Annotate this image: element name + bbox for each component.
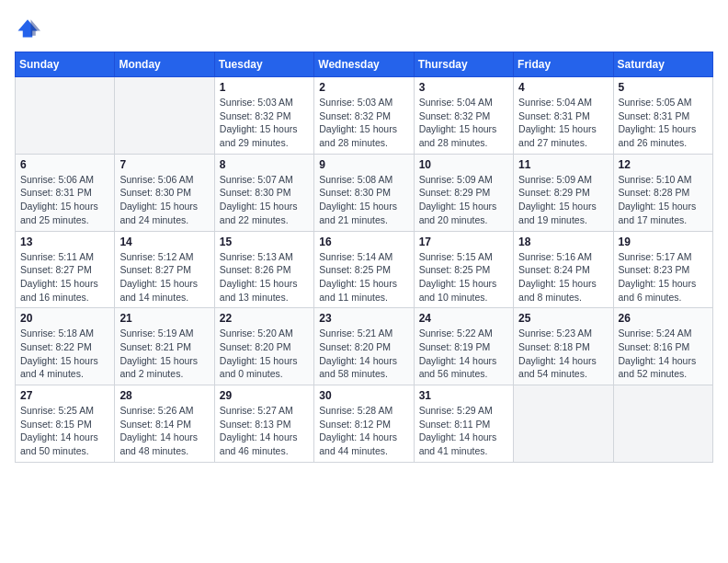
day-number: 24: [419, 312, 508, 325]
day-number: 7: [119, 158, 209, 171]
day-number: 8: [220, 158, 309, 171]
day-info: Sunrise: 5:16 AM Sunset: 8:24 PM Dayligh…: [518, 250, 608, 304]
day-info: Sunrise: 5:09 AM Sunset: 8:29 PM Dayligh…: [419, 173, 508, 227]
day-info: Sunrise: 5:14 AM Sunset: 8:25 PM Dayligh…: [319, 250, 408, 304]
calendar-cell: [115, 77, 214, 155]
day-info: Sunrise: 5:03 AM Sunset: 8:32 PM Dayligh…: [220, 96, 309, 150]
day-info: Sunrise: 5:04 AM Sunset: 8:32 PM Dayligh…: [419, 96, 508, 150]
day-info: Sunrise: 5:12 AM Sunset: 8:27 PM Dayligh…: [119, 250, 209, 304]
calendar-cell: [514, 385, 613, 463]
day-number: 13: [20, 236, 109, 248]
calendar-cell: 5Sunrise: 5:05 AM Sunset: 8:31 PM Daylig…: [613, 77, 712, 155]
calendar-cell: 22Sunrise: 5:20 AM Sunset: 8:20 PM Dayli…: [214, 308, 313, 385]
calendar-cell: 19Sunrise: 5:17 AM Sunset: 8:23 PM Dayli…: [613, 231, 712, 308]
weekday-header-thursday: Thursday: [414, 52, 513, 77]
day-number: 15: [220, 236, 309, 248]
calendar-cell: 27Sunrise: 5:25 AM Sunset: 8:15 PM Dayli…: [16, 385, 115, 463]
day-number: 26: [619, 312, 708, 325]
day-number: 17: [419, 236, 508, 248]
day-number: 11: [518, 158, 608, 171]
day-number: 18: [518, 236, 608, 248]
calendar-cell: 23Sunrise: 5:21 AM Sunset: 8:20 PM Dayli…: [314, 308, 414, 385]
day-number: 9: [319, 158, 408, 171]
day-number: 21: [119, 312, 209, 325]
calendar-cell: 7Sunrise: 5:06 AM Sunset: 8:30 PM Daylig…: [115, 154, 214, 231]
weekday-header-sunday: Sunday: [16, 52, 115, 77]
calendar-cell: 21Sunrise: 5:19 AM Sunset: 8:21 PM Dayli…: [115, 308, 214, 385]
weekday-header-saturday: Saturday: [613, 52, 712, 77]
calendar-cell: 8Sunrise: 5:07 AM Sunset: 8:30 PM Daylig…: [214, 154, 313, 231]
header: [15, 15, 713, 40]
calendar-cell: 25Sunrise: 5:23 AM Sunset: 8:18 PM Dayli…: [514, 308, 613, 385]
day-info: Sunrise: 5:13 AM Sunset: 8:26 PM Dayligh…: [220, 250, 309, 304]
day-number: 2: [319, 81, 408, 94]
day-number: 16: [319, 236, 408, 248]
day-number: 5: [619, 81, 708, 94]
day-number: 1: [220, 81, 309, 94]
day-info: Sunrise: 5:28 AM Sunset: 8:12 PM Dayligh…: [319, 404, 408, 458]
day-info: Sunrise: 5:08 AM Sunset: 8:30 PM Dayligh…: [319, 173, 408, 227]
day-info: Sunrise: 5:04 AM Sunset: 8:31 PM Dayligh…: [518, 96, 608, 150]
day-info: Sunrise: 5:09 AM Sunset: 8:29 PM Dayligh…: [518, 173, 608, 227]
calendar-cell: 30Sunrise: 5:28 AM Sunset: 8:12 PM Dayli…: [314, 385, 414, 463]
calendar: SundayMondayTuesdayWednesdayThursdayFrid…: [15, 52, 713, 463]
calendar-cell: 17Sunrise: 5:15 AM Sunset: 8:25 PM Dayli…: [414, 231, 513, 308]
calendar-cell: 3Sunrise: 5:04 AM Sunset: 8:32 PM Daylig…: [414, 77, 513, 155]
weekday-header-tuesday: Tuesday: [214, 52, 313, 77]
calendar-week-row: 6Sunrise: 5:06 AM Sunset: 8:31 PM Daylig…: [16, 154, 713, 231]
calendar-cell: 16Sunrise: 5:14 AM Sunset: 8:25 PM Dayli…: [314, 231, 414, 308]
day-info: Sunrise: 5:11 AM Sunset: 8:27 PM Dayligh…: [20, 250, 109, 304]
day-number: 20: [20, 312, 109, 325]
calendar-cell: 31Sunrise: 5:29 AM Sunset: 8:11 PM Dayli…: [414, 385, 513, 463]
day-info: Sunrise: 5:29 AM Sunset: 8:11 PM Dayligh…: [419, 404, 508, 458]
day-info: Sunrise: 5:15 AM Sunset: 8:25 PM Dayligh…: [419, 250, 508, 304]
calendar-cell: 11Sunrise: 5:09 AM Sunset: 8:29 PM Dayli…: [514, 154, 613, 231]
calendar-cell: 12Sunrise: 5:10 AM Sunset: 8:28 PM Dayli…: [613, 154, 712, 231]
day-number: 4: [518, 81, 608, 94]
calendar-cell: 18Sunrise: 5:16 AM Sunset: 8:24 PM Dayli…: [514, 231, 613, 308]
day-number: 23: [319, 312, 408, 325]
calendar-cell: 10Sunrise: 5:09 AM Sunset: 8:29 PM Dayli…: [414, 154, 513, 231]
day-number: 29: [220, 389, 309, 402]
day-number: 22: [220, 312, 309, 325]
day-number: 25: [518, 312, 608, 325]
calendar-cell: [16, 77, 115, 155]
weekday-header-monday: Monday: [115, 52, 214, 77]
calendar-cell: 13Sunrise: 5:11 AM Sunset: 8:27 PM Dayli…: [16, 231, 115, 308]
day-number: 28: [119, 389, 209, 402]
calendar-cell: 2Sunrise: 5:03 AM Sunset: 8:32 PM Daylig…: [314, 77, 414, 155]
day-number: 10: [419, 158, 508, 171]
calendar-week-row: 1Sunrise: 5:03 AM Sunset: 8:32 PM Daylig…: [16, 77, 713, 155]
calendar-cell: 29Sunrise: 5:27 AM Sunset: 8:13 PM Dayli…: [214, 385, 313, 463]
day-number: 27: [20, 389, 109, 402]
day-number: 14: [119, 236, 209, 248]
calendar-cell: 4Sunrise: 5:04 AM Sunset: 8:31 PM Daylig…: [514, 77, 613, 155]
calendar-cell: 9Sunrise: 5:08 AM Sunset: 8:30 PM Daylig…: [314, 154, 414, 231]
weekday-header-friday: Friday: [514, 52, 613, 77]
logo: [15, 15, 44, 40]
day-info: Sunrise: 5:19 AM Sunset: 8:21 PM Dayligh…: [119, 327, 209, 381]
day-number: 12: [619, 158, 708, 171]
day-info: Sunrise: 5:25 AM Sunset: 8:15 PM Dayligh…: [20, 404, 109, 458]
day-number: 31: [419, 389, 508, 402]
day-info: Sunrise: 5:18 AM Sunset: 8:22 PM Dayligh…: [20, 327, 109, 381]
day-info: Sunrise: 5:27 AM Sunset: 8:13 PM Dayligh…: [220, 404, 309, 458]
calendar-week-row: 13Sunrise: 5:11 AM Sunset: 8:27 PM Dayli…: [16, 231, 713, 308]
day-number: 6: [20, 158, 109, 171]
calendar-cell: 14Sunrise: 5:12 AM Sunset: 8:27 PM Dayli…: [115, 231, 214, 308]
day-info: Sunrise: 5:05 AM Sunset: 8:31 PM Dayligh…: [619, 96, 708, 150]
calendar-week-row: 20Sunrise: 5:18 AM Sunset: 8:22 PM Dayli…: [16, 308, 713, 385]
day-info: Sunrise: 5:17 AM Sunset: 8:23 PM Dayligh…: [619, 250, 708, 304]
day-info: Sunrise: 5:24 AM Sunset: 8:16 PM Dayligh…: [619, 327, 708, 381]
day-info: Sunrise: 5:21 AM Sunset: 8:20 PM Dayligh…: [319, 327, 408, 381]
day-info: Sunrise: 5:06 AM Sunset: 8:30 PM Dayligh…: [119, 173, 209, 227]
day-info: Sunrise: 5:03 AM Sunset: 8:32 PM Dayligh…: [319, 96, 408, 150]
day-info: Sunrise: 5:07 AM Sunset: 8:30 PM Dayligh…: [220, 173, 309, 227]
calendar-cell: 28Sunrise: 5:26 AM Sunset: 8:14 PM Dayli…: [115, 385, 214, 463]
calendar-cell: 1Sunrise: 5:03 AM Sunset: 8:32 PM Daylig…: [214, 77, 313, 155]
calendar-cell: 24Sunrise: 5:22 AM Sunset: 8:19 PM Dayli…: [414, 308, 513, 385]
calendar-week-row: 27Sunrise: 5:25 AM Sunset: 8:15 PM Dayli…: [16, 385, 713, 463]
calendar-cell: 15Sunrise: 5:13 AM Sunset: 8:26 PM Dayli…: [214, 231, 313, 308]
day-info: Sunrise: 5:06 AM Sunset: 8:31 PM Dayligh…: [20, 173, 109, 227]
day-info: Sunrise: 5:22 AM Sunset: 8:19 PM Dayligh…: [419, 327, 508, 381]
